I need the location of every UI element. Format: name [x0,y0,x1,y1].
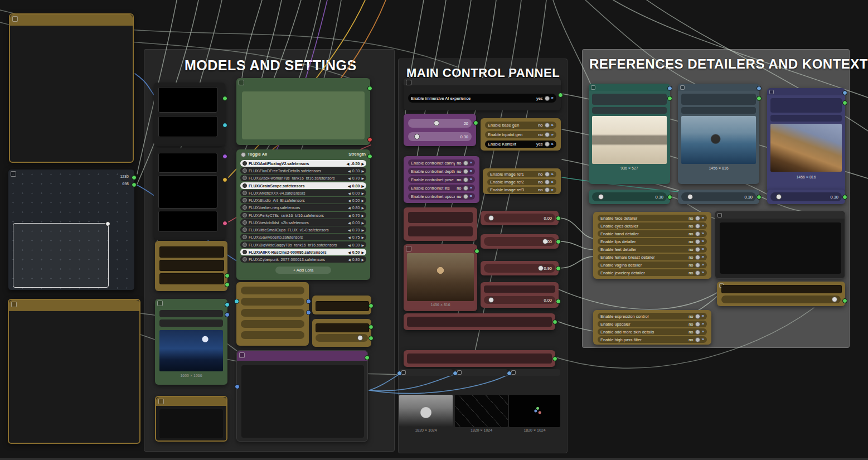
node-gold-small-b[interactable] [312,319,371,347]
toggle-row[interactable]: Enable controlnet lite no » [408,185,475,191]
collapse-icon[interactable] [239,80,244,85]
collapse-icon[interactable] [12,16,18,22]
increment-icon[interactable]: ▶ [361,258,364,262]
toggle-knob[interactable] [695,247,700,252]
lora-row[interactable]: FLUX\GawVogelitp.safetensors ◀ 0.75 ▶ [240,234,366,240]
slider-row[interactable]: 0.00 [484,214,555,222]
node-gold-small-bottom[interactable] [155,396,227,442]
lora-row[interactable]: FLUX\Stack-woman78s_rank16_bf16.safetens… [240,175,366,181]
text-field[interactable] [158,211,217,232]
forward-arrow-icon[interactable]: » [470,169,472,173]
collapse-icon[interactable] [680,85,685,90]
node-ref-image-rope[interactable]: 1456 × 816 [767,88,845,193]
node-gen-toggles[interactable]: Enable base gen no » Enable inpaint gen … [481,118,561,151]
toggle-knob[interactable] [695,322,700,327]
widget-row[interactable] [408,226,473,236]
toggle-knob[interactable] [695,224,700,229]
node-graph-canvas[interactable]: MODELS AND SETTINGS MAIN CONTROL PANNEL … [0,0,868,460]
toggle-knob[interactable] [463,186,468,191]
toggle-all-knob[interactable] [241,152,246,157]
node-preview-pose[interactable]: 1820 × 1024 [509,369,560,435]
lora-toggle-dot[interactable] [243,220,247,225]
connection-slot[interactable] [757,96,762,101]
toggle-row[interactable]: Enable immersive AI experience yes » [408,94,556,103]
toggle-row[interactable]: Enable inpaint gen no » [485,131,556,138]
slider-knob[interactable] [488,297,494,303]
toggle-row[interactable]: Enable expression control no » [598,313,707,319]
slider-row[interactable]: 0.90 [484,264,555,273]
node-immersive-toggle[interactable]: Enable immersive AI experience yes » [404,78,561,110]
decrement-icon[interactable]: ◀ [348,221,351,225]
connection-slot[interactable] [368,336,374,341]
node-header[interactable] [509,369,560,376]
node-gold-small-a[interactable] [312,296,371,314]
forward-arrow-icon[interactable]: » [702,216,704,220]
increment-icon[interactable]: ▶ [361,169,364,173]
decrement-icon[interactable]: ◀ [348,228,351,232]
toggle-knob[interactable] [463,194,468,199]
slider-knob[interactable] [357,335,363,341]
lora-row[interactable]: FLUX\MysticXXX-v4.safetensors ◀ 0.00 ▶ [240,190,366,196]
lora-strength-value[interactable]: 0.80 [352,258,360,262]
lora-strength-value[interactable]: 0.50 [352,250,360,254]
toggle-row[interactable]: Enable controlnet pose no » [408,176,475,183]
node-captain-image[interactable]: 1456 × 816 [404,244,477,311]
decrement-icon[interactable]: ◀ [348,243,351,247]
connection-slot[interactable] [306,299,311,304]
collapse-icon[interactable] [511,370,516,375]
node-ref-image-ship[interactable]: 1456 × 816 [678,84,759,184]
lora-strength-value[interactable]: 0.50 [352,198,360,202]
connection-slot[interactable] [367,86,372,91]
toggle-knob[interactable] [545,96,550,101]
forward-arrow-icon[interactable]: » [551,172,554,177]
node-header[interactable] [589,84,670,91]
node-ref-image-architecture[interactable]: 936 × 527 [589,84,670,184]
toggle-knob[interactable] [695,314,700,319]
node-header[interactable] [455,369,508,376]
connection-slot[interactable] [222,154,227,159]
text-field[interactable] [158,87,217,113]
forward-arrow-icon[interactable]: » [470,161,472,165]
toggle-row[interactable]: Enable jewelery detailer no » [598,269,707,276]
lora-toggle-dot[interactable] [243,183,247,188]
lora-row[interactable]: FLUX\FluxDFreeTasticDetails.safetensors … [240,167,366,174]
toggle-knob[interactable] [695,239,700,244]
increment-icon[interactable]: ▶ [361,206,364,210]
slider-row[interactable] [721,296,841,303]
slider-knob[interactable] [434,120,439,126]
widget-row[interactable] [159,319,223,327]
forward-arrow-icon[interactable]: » [551,133,554,137]
node-header[interactable] [9,300,139,311]
lora-toggle-dot[interactable] [243,227,247,232]
increment-icon[interactable]: ▶ [361,162,364,166]
slider-row[interactable]: 0.30 [770,192,842,201]
widget-row[interactable] [721,285,842,293]
toggle-row[interactable]: Enable controlnet depth no » [408,168,475,175]
crop-drag-knob[interactable] [105,221,110,226]
connection-slot[interactable] [558,93,563,98]
lora-strength-value[interactable]: 0.70 [352,228,360,232]
toggle-knob[interactable] [545,123,550,128]
slider-knob[interactable] [598,194,604,200]
collapse-icon[interactable] [11,302,17,307]
widget-row[interactable] [592,94,667,105]
toggle-row[interactable]: Enable vagina detailer no » [598,262,707,268]
connection-slot[interactable] [556,299,561,304]
toggle-knob[interactable] [463,161,468,166]
toggle-knob[interactable] [545,172,550,177]
connection-slot[interactable] [222,96,227,101]
node-ref-slider-3[interactable]: 0.30 [767,190,845,204]
node-preview-canny[interactable]: 1820 × 1024 [455,369,508,435]
toggle-knob[interactable] [695,216,700,221]
slider-row[interactable]: 20 [408,119,472,128]
forward-arrow-icon[interactable]: » [551,123,554,128]
connection-slot[interactable] [507,371,512,376]
widget-area[interactable] [241,365,364,438]
widget-area[interactable] [407,354,552,364]
lora-toggle-dot[interactable] [243,205,247,210]
toggle-knob[interactable] [545,132,550,137]
connection-slot[interactable] [132,182,137,187]
node-detailer-toggles[interactable]: Enable face detailer no » Enable eyes de… [593,212,711,279]
node-ref-slider-2[interactable]: 0.30 [678,190,759,204]
decrement-icon[interactable]: ◀ [348,198,351,202]
